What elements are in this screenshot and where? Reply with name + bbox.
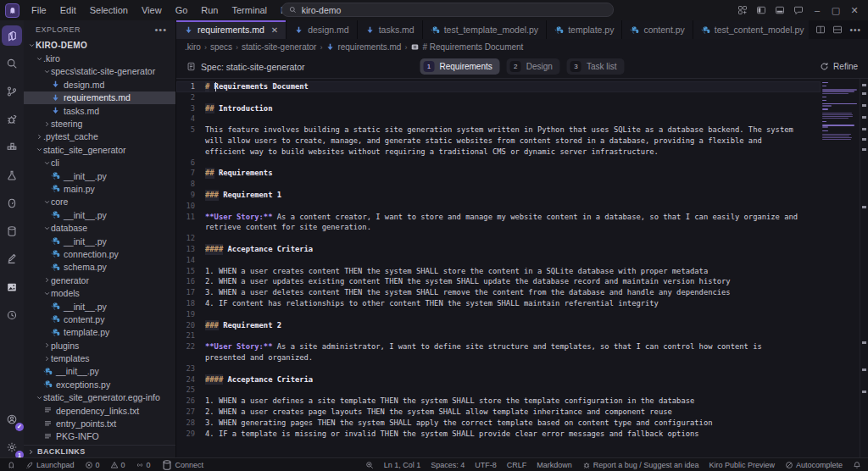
breadcrumb-item[interactable]: # Requirements Document	[410, 42, 523, 52]
status-bell-icon[interactable]	[853, 461, 861, 469]
tree-folder[interactable]: cli	[24, 157, 175, 169]
command-search-box[interactable]	[281, 3, 614, 17]
search-icon[interactable]	[2, 53, 22, 74]
panel-toggle-icon[interactable]	[771, 2, 788, 19]
tree-folder[interactable]: database	[24, 221, 175, 234]
menu-run[interactable]: Run	[195, 3, 224, 18]
tab-requirements-md[interactable]: requirements.md✕	[176, 20, 287, 39]
status-0[interactable]: 0	[85, 461, 100, 469]
tab-test-template-model-py[interactable]: test_template_model.py	[423, 20, 547, 39]
tree-folder[interactable]: models	[24, 286, 175, 299]
menu-edit[interactable]: Edit	[54, 3, 82, 18]
tree-folder[interactable]: generator	[24, 274, 175, 286]
tree-file[interactable]: tasks.md	[24, 104, 175, 117]
tree-file[interactable]: requirements.md	[24, 91, 175, 104]
tree-file[interactable]: exceptions.py	[24, 378, 175, 391]
status-launchpad[interactable]: Launchpad	[25, 461, 75, 469]
status-markdown[interactable]: Markdown	[537, 461, 572, 469]
tree-file[interactable]: __init__.py	[24, 300, 175, 313]
more-actions-icon[interactable]: •••	[849, 25, 861, 35]
tree-file[interactable]: dependency_links.txt	[24, 404, 175, 417]
minimize-button[interactable]: –	[809, 2, 826, 19]
sidebar-toggle-icon[interactable]	[753, 2, 770, 19]
status-crlf[interactable]: CRLF	[507, 461, 527, 469]
tree-file[interactable]: __init__.py	[24, 235, 175, 247]
database-icon[interactable]	[2, 221, 22, 241]
tab-tasks-md[interactable]: tasks.md	[358, 20, 423, 39]
tree-file[interactable]: __init__.py	[24, 169, 175, 182]
tree-folder[interactable]: plugins	[24, 339, 175, 352]
breadcrumb-item[interactable]: specs	[210, 42, 232, 52]
tree-folder[interactable]: steering	[24, 117, 175, 130]
extensions-icon[interactable]	[2, 137, 22, 158]
explorer-more-icon[interactable]: •••	[154, 25, 167, 35]
status-autocomplete[interactable]: Autocomplete	[785, 461, 843, 469]
tab-design-md[interactable]: design.md	[287, 20, 357, 39]
menu-terminal[interactable]: Terminal	[226, 3, 274, 18]
tree-file[interactable]: template.py	[24, 326, 175, 339]
debug-icon[interactable]	[2, 109, 22, 130]
tab-test-content-model-py[interactable]: test_content_model.py	[693, 20, 810, 39]
kiro-agent-icon[interactable]	[2, 193, 22, 213]
source-control-icon[interactable]	[2, 81, 22, 102]
editor-layout-icon[interactable]	[832, 25, 843, 35]
refine-button[interactable]: Refine	[820, 62, 858, 71]
tree-folder[interactable]: specs\static-site-generator	[24, 65, 175, 78]
layout-grid-icon[interactable]	[734, 2, 751, 19]
tree-folder[interactable]: templates	[24, 352, 175, 364]
tab-template-py[interactable]: template.py	[547, 20, 622, 39]
autofix-icon[interactable]	[2, 249, 22, 269]
tree-folder[interactable]: .pytest_cache	[24, 130, 175, 143]
tree-file[interactable]: PKG-INFO	[24, 430, 175, 443]
spec-step-requirements[interactable]: 1Requirements	[420, 58, 500, 75]
close-button[interactable]: ✕	[846, 2, 863, 19]
search-input[interactable]	[302, 5, 606, 15]
status-0[interactable]: 0	[110, 461, 125, 469]
tree-file[interactable]: __init__.py	[24, 365, 175, 378]
tree-file[interactable]: main.py	[24, 182, 175, 195]
editor-scrollbar[interactable]	[860, 79, 868, 457]
status-ln-1-col-1[interactable]: Ln 1, Col 1	[384, 461, 421, 469]
account-icon[interactable]: ✓	[2, 409, 22, 429]
menu-view[interactable]: View	[136, 3, 168, 18]
tab-content-py[interactable]: content.py	[622, 20, 693, 39]
breadcrumb-item[interactable]: static-site-generator	[242, 42, 316, 52]
minimap[interactable]	[821, 79, 868, 457]
image-icon[interactable]	[2, 277, 22, 297]
tree-file[interactable]: entry_points.txt	[24, 417, 175, 429]
menu-file[interactable]: File	[25, 3, 53, 18]
breadcrumb-item[interactable]: requirements.md	[326, 42, 401, 52]
tree-folder[interactable]: core	[24, 196, 175, 208]
test-flask-icon[interactable]	[2, 165, 22, 186]
status-kiro-remote-icon[interactable]	[7, 461, 15, 469]
tree-file[interactable]: content.py	[24, 313, 175, 325]
status-0[interactable]: 0	[136, 461, 151, 469]
status-zoom-plus-icon[interactable]	[365, 461, 374, 469]
backlinks-section[interactable]: BACKLINKS	[24, 445, 175, 457]
status-kiro-public-preview[interactable]: Kiro Public Preview	[709, 461, 775, 469]
status-spaces-4[interactable]: Spaces: 4	[431, 461, 465, 469]
code-editor[interactable]: 1# Requirements Document23## Introductio…	[176, 79, 821, 457]
breadcrumb-item[interactable]: .kiro	[185, 42, 201, 52]
tree-file[interactable]: connection.py	[24, 247, 175, 260]
menu-go[interactable]: Go	[170, 3, 194, 18]
settings-gear-icon[interactable]: 1	[2, 437, 22, 457]
status-report-a-bug-suggest-an-idea[interactable]: Report a bug / Suggest an idea	[582, 461, 699, 469]
status-utf-8[interactable]: UTF-8	[475, 461, 497, 469]
history-icon[interactable]	[2, 305, 22, 325]
split-editor-icon[interactable]	[815, 25, 826, 35]
chat-icon[interactable]	[790, 2, 807, 19]
status-connect[interactable]: Connect	[161, 459, 204, 471]
tree-folder[interactable]: static_site_generator	[24, 143, 175, 156]
tree-folder[interactable]: .kiro	[24, 52, 175, 64]
tree-file[interactable]: __init__.py	[24, 208, 175, 221]
tree-file[interactable]: schema.py	[24, 261, 175, 274]
explorer-icon[interactable]	[2, 25, 22, 46]
tree-file[interactable]: design.md	[24, 78, 175, 91]
tab-close-icon[interactable]: ✕	[271, 25, 278, 35]
spec-step-design[interactable]: 2Design	[507, 58, 560, 75]
tree-folder[interactable]: KIRO-DEMO	[24, 39, 175, 52]
spec-step-task-list[interactable]: 3Task list	[567, 58, 625, 75]
kiro-logo-icon[interactable]	[5, 3, 19, 18]
tree-folder[interactable]: static_site_generator.egg-info	[24, 391, 175, 404]
